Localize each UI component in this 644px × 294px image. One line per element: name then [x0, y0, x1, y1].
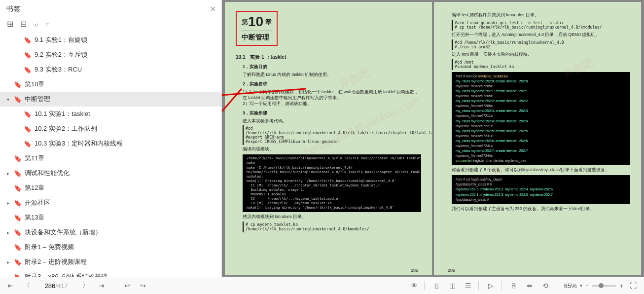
chapter-heading-box: 第10 章 中断管理: [236, 11, 278, 46]
bookmark-item[interactable]: ▸🔖调试和性能优化: [0, 166, 221, 181]
bookmark-item[interactable]: ▾🔖中断管理: [0, 92, 221, 107]
bookmark-item[interactable]: 🔖第10章: [0, 77, 221, 92]
expand-arrow-icon: ▸: [7, 171, 14, 176]
sidebar-title: 书签: [6, 4, 21, 14]
bookmark-label: 10.1 实验1：tasklet: [35, 110, 90, 118]
bookmark-glyph-icon: 🔖: [14, 96, 22, 103]
bookmark-item[interactable]: 🔖9.2 实验2：互斥锁: [0, 47, 221, 62]
bookmark-label: 10.2 实验2：工作队列: [35, 124, 97, 133]
bookmark-label: 调试和性能优化: [25, 169, 70, 178]
bookmark-label: 附录2 – 进阶视频课程: [25, 257, 87, 266]
bookmark-label: 第10章: [25, 80, 44, 89]
bookmark-glyph-icon: 🔖: [14, 184, 22, 192]
bookmark-item[interactable]: 🔖第12章: [0, 181, 221, 195]
zoom-value: 65%: [564, 282, 577, 290]
bookmark-label: 块设备和文件系统（新增）: [25, 228, 102, 237]
remove-bookmark-icon[interactable]: ⊟: [20, 19, 27, 29]
bookmark-outline-icon[interactable]: ⟔: [45, 19, 50, 29]
bookmark-item[interactable]: ▸🔖附录2 – 进阶视频课程: [0, 255, 221, 269]
bookmark-glyph-icon: 🔖: [14, 170, 22, 177]
command-block: #cd /mnt #insmod mydemo_tasklet.ko: [452, 59, 630, 70]
continuous-icon[interactable]: ☰: [463, 280, 474, 292]
sidebar-toolbar: ⊞ ⊟ ⟓ ⟔: [0, 16, 221, 33]
command-block: #cd /home/rlk/rlk_basic/runninglinuxkern…: [243, 125, 421, 145]
bookmark-label: 附录1 – 免费视频: [25, 243, 74, 252]
bookmark-item[interactable]: 🔖10.2 实验2：工作队列: [0, 121, 221, 136]
bookmark-item[interactable]: 🔖9.3 实验3：RCU: [0, 62, 221, 77]
bookmark-glyph-icon: 🔖: [24, 66, 32, 74]
bookmark-glyph-icon: 🔖: [14, 258, 22, 266]
bookmark-item[interactable]: 🔖附录3 – x86_64体系结构基础: [0, 269, 221, 277]
bookmark-item[interactable]: 🔖附录1 – 免费视频: [0, 240, 221, 255]
terminal-output: /mnt # insmod mydemo_tasklet.ko my_class…: [452, 72, 630, 166]
first-page-button[interactable]: ⇤: [5, 280, 17, 292]
bookmark-glyph-icon: 🔖: [24, 110, 32, 118]
command-block: # cp mydemo_tasklet.ko /home/rlk/rlk_bas…: [243, 221, 421, 232]
bookmark-label: 第11章: [25, 154, 44, 163]
page-number: 285: [411, 268, 418, 273]
expand-arrow-icon: ▾: [7, 97, 14, 102]
toolbar-footer: ⇤ 〈 286/417 〉 ⇥ ↩ ↪ 👁 ▯ ◫ ☰ ▷ ⎘ ⇔ ⟲ 65% …: [0, 277, 644, 294]
chapter-title: 中断管理: [242, 31, 272, 42]
zoom-out-button[interactable]: −: [585, 282, 589, 290]
fullscreen-button[interactable]: ⛶: [627, 280, 639, 292]
bookmark-glyph-icon: 🔖: [14, 199, 22, 207]
add-bookmark-icon[interactable]: ⊞: [7, 19, 13, 29]
nav-forward-button[interactable]: ↪: [137, 280, 149, 292]
bookmark-item[interactable]: 🔖第11章: [0, 151, 221, 166]
two-page-icon[interactable]: ◫: [447, 280, 459, 292]
last-page-button[interactable]: ⇥: [96, 280, 107, 292]
bookmark-item[interactable]: ▸🔖块设备和文件系统（新增）: [0, 225, 221, 240]
next-page-button[interactable]: 〉: [80, 280, 92, 292]
bookmark-glyph-icon: 🔖: [24, 51, 32, 59]
bookmark-icon[interactable]: ⟓: [34, 19, 38, 29]
bookmark-label: 9.1 实验1：自旋锁: [35, 36, 87, 44]
bookmark-item[interactable]: 🔖10.1 实验1：tasklet: [0, 107, 221, 121]
autoscroll-button[interactable]: ▷: [485, 280, 497, 292]
expand-arrow-icon: ▸: [7, 230, 14, 235]
page-number: 286: [448, 268, 455, 273]
bookmark-label: 第12章: [25, 184, 44, 192]
fit-page-icon[interactable]: ⎘: [508, 280, 520, 292]
rotate-icon[interactable]: ⟲: [539, 280, 551, 292]
bookmark-glyph-icon: 🔖: [14, 155, 22, 162]
page-input[interactable]: 286/417: [36, 282, 76, 290]
bookmark-item[interactable]: 🔖9.1 实验1：自旋锁: [0, 33, 221, 47]
page-right: 奔跑吧 微信running 编译 test 测试程序并拷贝到 kmodules …: [434, 2, 641, 275]
nav-back-button[interactable]: ↩: [121, 280, 133, 292]
bookmark-label: 中断管理: [25, 95, 50, 104]
command-block: #arm-linux-gnueabi-gcc test.c -o test --…: [452, 20, 630, 31]
page-left: 奔跑吧 benpaoba645.taobao.com 第10 章 中断管理 10…: [225, 2, 432, 275]
bookmark-glyph-icon: 🔖: [14, 244, 22, 251]
bookmark-tree: 🔖9.1 实验1：自旋锁🔖9.2 实验2：互斥锁🔖9.3 实验3：RCU🔖第10…: [0, 33, 221, 277]
zoom-control[interactable]: 65% ▾ − +: [564, 282, 623, 290]
single-page-icon[interactable]: ▯: [431, 280, 443, 292]
command-block: #cd /home/rlk/rlk_basic/runninglinuxkern…: [452, 39, 630, 50]
read-mode-button[interactable]: 👁: [408, 280, 420, 292]
terminal-output: /mnt # cd /sys/class/my_class/ /sys/clas…: [452, 175, 630, 204]
bookmark-label: 9.3 实验3：RCU: [35, 65, 82, 74]
bookmark-label: 9.2 实验2：互斥锁: [35, 50, 87, 59]
zoom-slider[interactable]: [592, 285, 616, 287]
bookmark-label: 开源社区: [25, 198, 50, 207]
section-heading: 10.1 实验 1 ：tasklet: [236, 54, 421, 61]
bookmark-label: 10.3 实验3：定时器和内核线程: [35, 139, 123, 148]
bookmark-label: 第13章: [25, 213, 44, 222]
bookmarks-sidebar: 书签 × ⊞ ⊟ ⟓ ⟔ 🔖9.1 实验1：自旋锁🔖9.2 实验2：互斥锁🔖9.…: [0, 0, 222, 277]
bookmark-glyph-icon: 🔖: [24, 125, 32, 133]
zoom-in-button[interactable]: +: [619, 282, 623, 290]
bookmark-item[interactable]: ▸🔖开源社区: [0, 195, 221, 210]
bookmark-item[interactable]: 🔖第13章: [0, 210, 221, 225]
bookmark-label: 附录3 – x86_64体系结构基础: [25, 272, 107, 277]
prev-page-button[interactable]: 〈: [21, 280, 33, 292]
bookmark-glyph-icon: 🔖: [14, 273, 22, 277]
expand-arrow-icon: ▸: [7, 259, 14, 265]
close-icon[interactable]: ×: [210, 4, 215, 14]
fit-width-icon[interactable]: ⇔: [524, 280, 536, 292]
bookmark-glyph-icon: 🔖: [14, 81, 22, 88]
document-viewport[interactable]: 奔跑吧 benpaoba645.taobao.com 第10 章 中断管理 10…: [222, 0, 644, 277]
chevron-down-icon[interactable]: ▾: [580, 283, 582, 288]
bookmark-glyph-icon: 🔖: [24, 140, 32, 147]
terminal-output: /home/rlk/rlk_basic/runninglinuxkernel_4…: [243, 154, 421, 212]
bookmark-item[interactable]: 🔖10.3 实验3：定时器和内核线程: [0, 136, 221, 151]
